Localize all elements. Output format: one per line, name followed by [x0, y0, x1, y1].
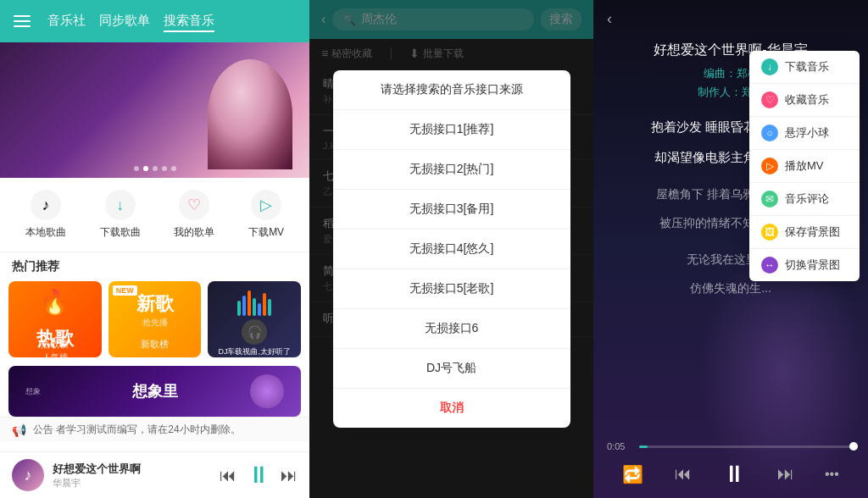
player-artist: 华晨宇: [53, 477, 211, 490]
local-songs-label: 本地歌曲: [25, 225, 66, 240]
ctx-switch-bg[interactable]: ↔ 切换背景图: [749, 249, 860, 281]
dialog-cancel-button[interactable]: 取消: [333, 389, 570, 428]
ctx-download-music[interactable]: ↓ 下载音乐: [749, 51, 860, 84]
new-song-card[interactable]: NEW 新歌 抢先播 新歌榜: [108, 281, 202, 357]
dot-2: [143, 166, 148, 171]
right-play-button[interactable]: ⏸: [722, 460, 746, 488]
dot-3: [153, 166, 158, 171]
lyric-line-7: 仿佛失魂的生...: [690, 279, 771, 297]
ctx-mv-icon: ▷: [761, 158, 778, 174]
dialog-option-5[interactable]: 无损接口6: [333, 309, 570, 349]
ctx-collect-music[interactable]: ♡ 收藏音乐: [749, 84, 860, 117]
tab-search-music[interactable]: 搜索音乐: [164, 11, 214, 32]
ctx-save-bg[interactable]: 🖼 保存背景图: [749, 216, 860, 249]
progress-current: 0:05: [607, 441, 632, 451]
progress-bar: 0:05: [607, 441, 854, 451]
right-more-button[interactable]: •••: [825, 467, 839, 482]
tab-sync-playlist[interactable]: 同步歌单: [99, 11, 150, 32]
new-card-sub-text: 抢先播: [108, 317, 202, 329]
left-header: 音乐社 同步歌单 搜索音乐: [0, 0, 309, 42]
ctx-comment-icon: ✉: [761, 191, 778, 208]
progress-fill: [639, 445, 648, 448]
download-songs-icon: ↓: [105, 190, 136, 220]
ctx-play-mv[interactable]: ▷ 播放MV: [749, 150, 860, 183]
player-avatar: ♪: [12, 459, 44, 491]
right-player: 0:05 🔁 ⏮ ⏸ ⏭ •••: [593, 434, 868, 498]
ctx-mv-label: 播放MV: [785, 158, 824, 174]
banner-dots: [134, 166, 176, 171]
download-songs-btn[interactable]: ↓ 下载歌曲: [100, 190, 141, 240]
play-pause-button[interactable]: ⏸: [247, 463, 270, 487]
ctx-switch-bg-label: 切换背景图: [785, 257, 840, 273]
local-songs-btn[interactable]: ♪ 本地歌曲: [25, 190, 66, 240]
imagine-banner[interactable]: 想象 想象里: [8, 366, 301, 417]
my-playlist-icon: ♡: [179, 190, 209, 220]
dialog-overlay: 请选择搜索的音乐接口来源 无损接口1[推荐] 无损接口2[热门] 无损接口3[备…: [309, 0, 593, 498]
download-mv-icon: ▷: [251, 190, 281, 220]
banner-figure: [208, 59, 292, 169]
my-playlist-label: 我的歌单: [174, 225, 214, 240]
fire-icon: 🔥: [8, 288, 102, 316]
player-bar: ♪ 好想爱这个世界啊 华晨宇 ⏮ ⏸ ⏭: [0, 451, 309, 498]
new-card-label: 新歌榜: [108, 338, 202, 351]
player-info: 好想爱这个世界啊 华晨宇: [53, 462, 211, 490]
tab-music-community[interactable]: 音乐社: [47, 11, 86, 32]
progress-dot: [849, 442, 858, 451]
hot-card-label: 热歌榜: [8, 338, 102, 351]
download-mv-btn[interactable]: ▷ 下载MV: [248, 190, 284, 240]
dj-card-label: DJ车载视曲,太好听了: [214, 346, 294, 357]
middle-panel: ‹ 🔍 周杰伦 搜索 ≡ 秘密收藏 | ⬇ 批量下载 晴天·周杰伦: [309, 0, 593, 498]
dialog-option-3[interactable]: 无损接口4[悠久]: [333, 230, 570, 269]
menu-icon[interactable]: [14, 15, 31, 27]
hot-card-sub-text: 人气榜: [8, 351, 102, 357]
hot-chart-card[interactable]: 🔥 热歌 人气榜 热歌榜: [8, 281, 102, 357]
announcement-bar: 📢 公告 者学习测试而编写，请在24小时内删除。: [0, 417, 309, 442]
ctx-comment[interactable]: ✉ 音乐评论: [749, 183, 860, 216]
right-next-button[interactable]: ⏭: [777, 464, 794, 484]
dot-5: [171, 166, 176, 171]
dialog-option-0[interactable]: 无损接口1[推荐]: [333, 110, 570, 150]
player-controls: ⏮ ⏸ ⏭: [220, 463, 298, 487]
prev-button[interactable]: ⏮: [220, 467, 236, 484]
ctx-collect-icon: ♡: [761, 91, 778, 108]
dialog-option-6[interactable]: DJ号飞船: [333, 349, 570, 389]
announcement-icon: 📢: [12, 423, 26, 437]
ctx-collect-label: 收藏音乐: [785, 92, 829, 108]
new-badge: NEW: [113, 285, 137, 296]
ctx-switch-bg-icon: ↔: [761, 257, 778, 274]
right-nav: ‹: [593, 0, 868, 33]
right-prev-button[interactable]: ⏮: [675, 464, 692, 484]
dialog-box: 请选择搜索的音乐接口来源 无损接口1[推荐] 无损接口2[热门] 无损接口3[备…: [333, 70, 570, 428]
dj-card[interactable]: 🎧 DJ车载视曲,太好听了: [208, 281, 301, 357]
right-shuffle-button[interactable]: 🔁: [622, 464, 643, 484]
next-button[interactable]: ⏭: [281, 467, 298, 484]
player-song-title: 好想爱这个世界啊: [53, 462, 211, 477]
banner-area[interactable]: [0, 42, 309, 178]
dot-1: [134, 166, 139, 171]
nav-tabs: 音乐社 同步歌单 搜索音乐: [47, 11, 214, 32]
right-panel: ‹ 好想爱这个世界啊-华晨宇 编曲：郑楠 制作人：郑楠 抱着沙发 睡眼昏花 凌乱…: [593, 0, 868, 498]
dot-4: [162, 166, 167, 171]
quick-actions: ♪ 本地歌曲 ↓ 下载歌曲 ♡ 我的歌单 ▷ 下载MV: [0, 178, 309, 252]
my-playlist-btn[interactable]: ♡ 我的歌单: [174, 190, 214, 240]
left-panel: 音乐社 同步歌单 搜索音乐 ♪ 本地歌曲 ↓ 下载歌曲 ♡ 我的歌单 ▷: [0, 0, 309, 498]
progress-track[interactable]: [639, 445, 854, 448]
announcement-text: 公告 者学习测试而编写，请在24小时内删除。: [33, 423, 241, 437]
ctx-download-label: 下载音乐: [785, 59, 829, 75]
ctx-save-bg-icon: 🖼: [761, 224, 778, 241]
ctx-comment-label: 音乐评论: [785, 191, 829, 207]
dialog-option-4[interactable]: 无损接口5[老歌]: [333, 269, 570, 309]
ctx-float-ball[interactable]: ○ 悬浮小球: [749, 117, 860, 150]
right-controls: 🔁 ⏮ ⏸ ⏭ •••: [607, 460, 854, 488]
dialog-option-1[interactable]: 无损接口2[热门]: [333, 150, 570, 190]
download-songs-label: 下载歌曲: [100, 225, 141, 240]
ctx-float-icon: ○: [761, 125, 778, 141]
hot-grid: 🔥 热歌 人气榜 热歌榜 NEW 新歌 抢先播 新歌榜 🎧 DJ车载视曲,太好听…: [0, 281, 309, 366]
right-back-button[interactable]: ‹: [607, 10, 612, 28]
dialog-title: 请选择搜索的音乐接口来源: [333, 70, 570, 110]
context-menu: ↓ 下载音乐 ♡ 收藏音乐 ○ 悬浮小球 ▷ 播放MV ✉ 音乐评论 🖼 保存背…: [749, 51, 860, 281]
local-songs-icon: ♪: [31, 190, 61, 220]
ctx-save-bg-label: 保存背景图: [785, 224, 840, 240]
imagine-text: 想象里: [132, 381, 178, 401]
dialog-option-2[interactable]: 无损接口3[备用]: [333, 190, 570, 230]
